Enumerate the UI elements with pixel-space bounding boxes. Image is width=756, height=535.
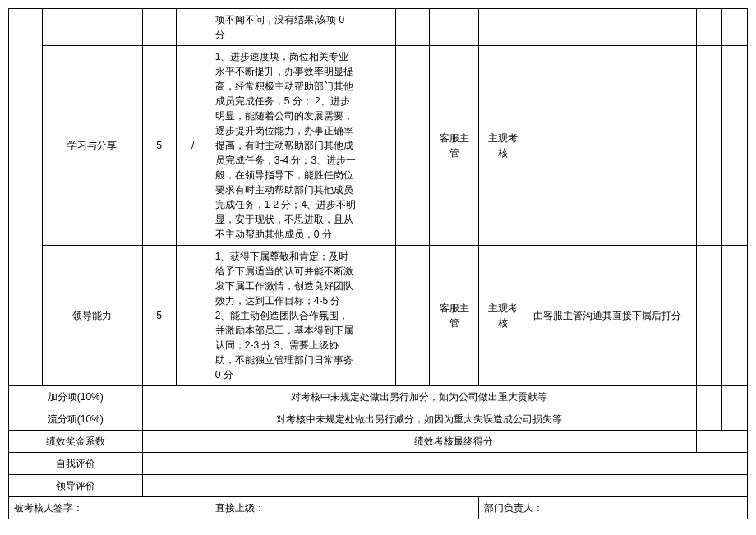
self-label: 自我评价 [9,453,143,475]
appraisal-table: 项不闻不问，没有结果,该项 0 分 学习与分享 5 / 1、进步速度块，岗位相关… [8,8,748,519]
cell-empty [396,246,430,386]
bonus-desc: 对考核中未规定处做出另行加分，如为公司做出重大贡献等 [142,386,697,408]
sign-assessee: 被考核人签字： [9,497,210,519]
note-cell: 由客服主管沟通其直接下属后打分 [528,246,697,386]
cell-empty [722,386,748,408]
cell-empty [528,46,697,246]
slash-cell: / [176,46,210,246]
cell-empty [478,9,528,46]
item-cell: 领导能力 [43,246,142,386]
cell-empty [722,246,748,386]
cell-empty [362,9,395,46]
cell-empty [430,9,479,46]
evaluator-cell: 客服主管 [430,246,479,386]
table-row: 项不闻不问，没有结果,该项 0 分 [9,9,748,46]
cell-empty [722,46,748,246]
cell-empty [697,246,722,386]
cell-empty [722,408,748,431]
coef-row: 绩效奖金系数 绩效考核最终得分 [9,431,748,453]
bonus-label: 加分项(10%) [9,386,143,408]
deduct-label: 流分项(10%) [9,408,143,431]
method-cell: 主观考核 [478,246,528,386]
coef-desc: 绩效考核最终得分 [210,431,696,453]
weight-cell: 5 [142,46,176,246]
cell-empty [43,9,142,46]
criteria-cell: 1、获得下属尊敬和肯定；及时给予下属适当的认可并能不断激发下属工作激情，创造良好… [210,246,362,386]
table-row: 领导能力 5 1、获得下属尊敬和肯定；及时给予下属适当的认可并能不断激发下属工作… [9,246,748,386]
self-eval-row: 自我评价 [9,453,748,475]
cell-empty [9,9,43,386]
cell-empty [697,9,722,46]
cell-empty [142,9,176,46]
sign-supervisor: 直接上级： [210,497,478,519]
item-cell: 学习与分享 [43,46,142,246]
bonus-row: 加分项(10%) 对考核中未规定处做出另行加分，如为公司做出重大贡献等 [9,386,748,408]
criteria-cell: 1、进步速度块，岗位相关专业水平不断提升，办事效率明显提高，经常积极主动帮助部门… [210,46,362,246]
cell-empty [528,9,697,46]
weight-cell: 5 [142,246,176,386]
cell-empty [697,46,722,246]
cell-empty [362,46,395,246]
cell-empty [142,431,210,453]
leader-eval-row: 领导评价 [9,475,748,497]
cell-empty [176,9,210,46]
signature-row: 被考核人签字： 直接上级： 部门负责人： [9,497,748,519]
cell-empty [722,9,748,46]
table-row: 学习与分享 5 / 1、进步速度块，岗位相关专业水平不断提升，办事效率明显提高，… [9,46,748,246]
method-cell: 主观考核 [478,46,528,246]
cell-empty [396,9,430,46]
cell-empty [697,408,722,431]
cell-empty [142,453,748,475]
leader-label: 领导评价 [9,475,143,497]
criteria-cell: 项不闻不问，没有结果,该项 0 分 [210,9,362,46]
cell-empty [697,431,748,453]
deduct-desc: 对考核中未规定处做出另行减分，如因为重大失误造成公司损失等 [142,408,697,431]
evaluator-cell: 客服主管 [430,46,479,246]
deduct-row: 流分项(10%) 对考核中未规定处做出另行减分，如因为重大失误造成公司损失等 [9,408,748,431]
cell-empty [176,246,210,386]
cell-empty [362,246,395,386]
coef-label: 绩效奖金系数 [9,431,143,453]
cell-empty [396,46,430,246]
cell-empty [142,475,748,497]
sign-dept: 部门负责人： [478,497,747,519]
cell-empty [697,386,722,408]
